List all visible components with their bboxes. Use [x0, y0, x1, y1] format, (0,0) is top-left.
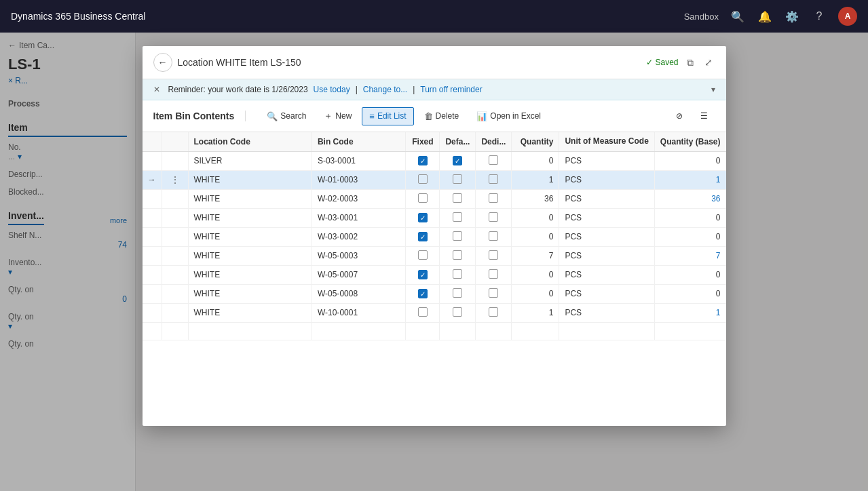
cell-uom: PCS: [559, 246, 654, 265]
fixed-checkbox[interactable]: [418, 193, 428, 203]
dedicated-checkbox[interactable]: [489, 231, 498, 241]
cell-fixed[interactable]: [406, 227, 440, 246]
dedicated-checkbox[interactable]: [489, 288, 498, 298]
cell-dedicated[interactable]: [476, 303, 512, 322]
reminder-expand-icon[interactable]: ▾: [711, 85, 715, 94]
table-row: WHITE W-03-0001 0 PCS 0: [143, 208, 726, 227]
fixed-checkbox[interactable]: [418, 270, 428, 279]
settings-icon[interactable]: ⚙️: [784, 8, 800, 24]
edit-list-icon: ≡: [369, 111, 375, 121]
change-to-link[interactable]: Change to...: [363, 85, 407, 94]
new-button[interactable]: ＋ New: [316, 106, 359, 126]
default-checkbox[interactable]: [453, 193, 462, 203]
col-qty-base: Quantity (Base): [654, 132, 725, 151]
cell-fixed[interactable]: [406, 151, 440, 170]
fixed-checkbox[interactable]: [418, 307, 428, 317]
dedicated-checkbox[interactable]: [489, 307, 498, 317]
cell-default[interactable]: [440, 189, 476, 208]
dedicated-checkbox[interactable]: [489, 212, 498, 222]
toolbar-right-icons: ⊘ ☰: [668, 107, 715, 125]
dedicated-checkbox[interactable]: [489, 174, 498, 184]
search-button[interactable]: 🔍 Search: [259, 107, 314, 125]
edit-list-button[interactable]: ≡ Edit List: [362, 107, 413, 125]
col-dedicated: Dedi...: [476, 132, 512, 151]
cell-default[interactable]: [440, 246, 476, 265]
fixed-checkbox[interactable]: [418, 213, 428, 222]
cell-dedicated[interactable]: [476, 227, 512, 246]
table-row: WHITE W-05-0007 0 PCS 0: [143, 265, 726, 284]
delete-icon: 🗑: [424, 111, 433, 121]
reminder-text: Reminder: your work date is 1/26/2023: [168, 85, 308, 94]
row-context-menu-button[interactable]: ⋮: [168, 173, 183, 186]
toolbar-section-title: Item Bin Contents: [153, 111, 246, 121]
user-avatar[interactable]: A: [838, 7, 857, 26]
default-checkbox[interactable]: [453, 307, 462, 317]
turn-off-link[interactable]: Turn off reminder: [420, 85, 482, 94]
popout-icon[interactable]: ⧉: [684, 54, 696, 71]
cell-fixed[interactable]: [406, 189, 440, 208]
cell-bin-code: W-02-0003: [312, 189, 405, 208]
expand-icon[interactable]: ⤢: [702, 54, 715, 71]
cell-fixed[interactable]: [406, 265, 440, 284]
dedicated-checkbox[interactable]: [489, 193, 498, 203]
fixed-checkbox[interactable]: [418, 289, 428, 298]
cell-dedicated[interactable]: [476, 189, 512, 208]
fixed-checkbox[interactable]: [418, 156, 428, 165]
cell-default[interactable]: [440, 227, 476, 246]
col-bin-code: Bin Code: [312, 132, 405, 151]
cell-quantity: 7: [512, 246, 559, 265]
default-checkbox[interactable]: [453, 212, 462, 222]
use-today-link[interactable]: Use today: [314, 85, 350, 94]
search-icon[interactable]: 🔍: [730, 8, 746, 24]
cell-default[interactable]: [440, 284, 476, 303]
cell-bin-code: S-03-0001: [312, 151, 405, 170]
notification-icon[interactable]: 🔔: [757, 8, 773, 24]
cell-default[interactable]: [440, 151, 476, 170]
fixed-checkbox[interactable]: [418, 250, 428, 260]
cell-dedicated[interactable]: [476, 246, 512, 265]
cell-qty-base: 0: [654, 227, 725, 246]
fixed-checkbox[interactable]: [418, 232, 428, 241]
row-menu[interactable]: ⋮: [162, 170, 188, 189]
cell-fixed[interactable]: [406, 170, 440, 189]
col-default: Defa...: [440, 132, 476, 151]
cell-fixed[interactable]: [406, 246, 440, 265]
cell-dedicated[interactable]: [476, 170, 512, 189]
default-checkbox[interactable]: [453, 288, 462, 298]
modal-back-button[interactable]: ←: [153, 53, 172, 72]
modal-panel: ← Location WHITE Item LS-150 ✓ Saved ⧉ ⤢…: [143, 46, 726, 426]
col-uom: Unit of Measure Code: [559, 132, 654, 151]
default-checkbox[interactable]: [453, 174, 462, 184]
cell-uom: PCS: [559, 170, 654, 189]
open-excel-button[interactable]: 📊 Open in Excel: [469, 107, 548, 125]
help-icon[interactable]: ?: [811, 8, 827, 24]
cell-uom: PCS: [559, 265, 654, 284]
cell-default[interactable]: [440, 303, 476, 322]
column-settings-icon[interactable]: ☰: [693, 107, 715, 125]
cell-dedicated[interactable]: [476, 265, 512, 284]
dedicated-checkbox[interactable]: [489, 250, 498, 260]
dedicated-checkbox[interactable]: [489, 269, 498, 279]
cell-fixed[interactable]: [406, 208, 440, 227]
filter-icon[interactable]: ⊘: [668, 107, 690, 125]
cell-fixed[interactable]: [406, 303, 440, 322]
cell-default[interactable]: [440, 170, 476, 189]
default-checkbox[interactable]: [453, 250, 462, 260]
cell-dedicated[interactable]: [476, 151, 512, 170]
cell-bin-code: W-10-0001: [312, 303, 405, 322]
delete-button[interactable]: 🗑 Delete: [417, 107, 467, 125]
default-checkbox[interactable]: [453, 231, 462, 241]
cell-dedicated[interactable]: [476, 208, 512, 227]
fixed-checkbox[interactable]: [418, 174, 428, 184]
reminder-close-button[interactable]: ✕: [153, 85, 160, 94]
default-checkbox[interactable]: [453, 156, 462, 165]
dedicated-checkbox[interactable]: [489, 155, 498, 165]
cell-default[interactable]: [440, 265, 476, 284]
cell-fixed[interactable]: [406, 284, 440, 303]
table-row: WHITE W-03-0002 0 PCS 0: [143, 227, 726, 246]
cell-default[interactable]: [440, 208, 476, 227]
default-checkbox[interactable]: [453, 269, 462, 279]
cell-dedicated[interactable]: [476, 284, 512, 303]
cell-uom: PCS: [559, 208, 654, 227]
row-menu: [162, 246, 188, 265]
